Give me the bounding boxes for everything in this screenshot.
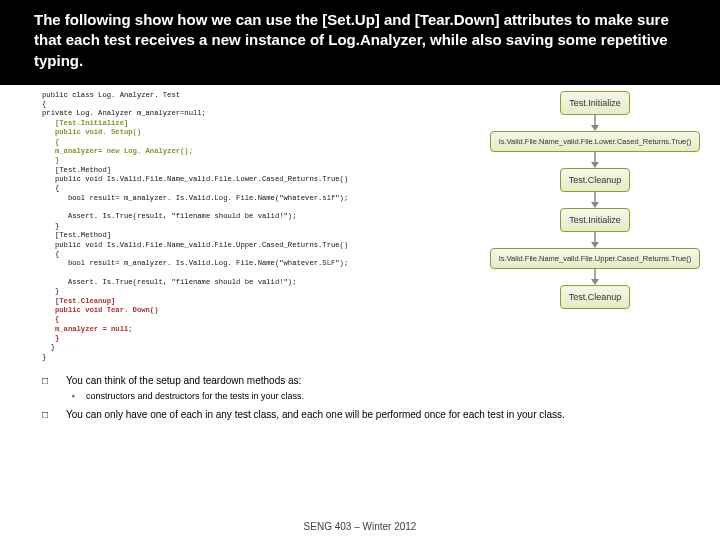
footer-text: SENG 403 – Winter 2012 xyxy=(0,521,720,532)
arrow-down-icon xyxy=(588,115,602,131)
diagram-box-init: Test.Initialize xyxy=(560,91,630,115)
cleanup-attr: [Test.Cleanup] xyxy=(55,297,115,305)
arrow-down-icon xyxy=(588,152,602,168)
diagram-box-test: Is.Valid.File.Name_valid.File.Upper.Case… xyxy=(490,248,700,269)
page-title: The following show how we can use the [S… xyxy=(0,0,720,85)
list-item: □ You can only have one of each in any t… xyxy=(42,408,700,422)
arrow-down-icon xyxy=(588,232,602,248)
arrow-down-icon xyxy=(588,269,602,285)
diagram-box-test: Is.Valid.File.Name_valid.File.Lower.Case… xyxy=(490,131,700,152)
bullet-notes: □ You can think of the setup and teardow… xyxy=(0,362,720,421)
title-text: The following show how we can use the [S… xyxy=(34,11,669,69)
arrow-down-icon xyxy=(588,192,602,208)
svg-marker-9 xyxy=(591,279,599,285)
code-block: public class Log. Analyzer. Test { priva… xyxy=(42,91,470,362)
list-item: □ You can think of the setup and teardow… xyxy=(42,374,700,388)
bullet-box-icon: □ xyxy=(42,374,52,388)
diagram-column: Test.Initialize Is.Valid.File.Name_valid… xyxy=(470,85,720,362)
svg-marker-3 xyxy=(591,162,599,168)
bullet-text: You can only have one of each in any tes… xyxy=(66,408,565,422)
svg-marker-7 xyxy=(591,242,599,248)
content-row: public class Log. Analyzer. Test { priva… xyxy=(0,85,720,362)
init-attr: [Test.Initialize] xyxy=(55,119,128,127)
sub-bullet-text: constructors and destructors for the tes… xyxy=(86,390,304,402)
bullet-text: You can think of the setup and teardown … xyxy=(66,374,301,388)
flow-diagram: Test.Initialize Is.Valid.File.Name_valid… xyxy=(470,91,720,309)
bullet-box-icon: □ xyxy=(42,408,52,422)
diagram-box-cleanup: Test.Cleanup xyxy=(560,285,631,309)
code-column: public class Log. Analyzer. Test { priva… xyxy=(0,85,470,362)
svg-marker-1 xyxy=(591,125,599,131)
diagram-box-init: Test.Initialize xyxy=(560,208,630,232)
sub-list-item: ▪ constructors and destructors for the t… xyxy=(42,390,700,402)
bullet-square-icon: ▪ xyxy=(70,390,76,402)
diagram-box-cleanup: Test.Cleanup xyxy=(560,168,631,192)
svg-marker-5 xyxy=(591,202,599,208)
